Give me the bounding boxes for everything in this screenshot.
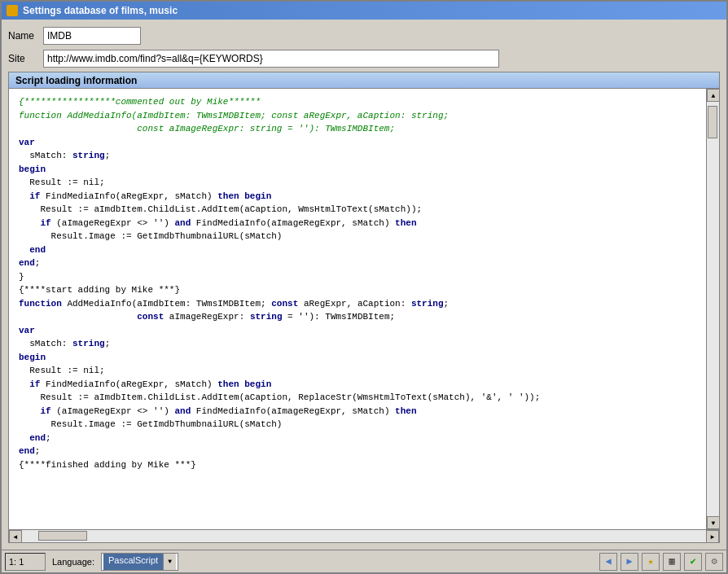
toolbar-btn-3[interactable]: ★ xyxy=(642,553,660,571)
site-label: Site xyxy=(8,53,37,64)
site-input[interactable] xyxy=(43,50,499,68)
toolbar-btn-ok[interactable]: ✔ xyxy=(684,553,702,571)
scroll-thumb-h[interactable] xyxy=(38,531,87,541)
script-section: Script loading information {************… xyxy=(8,72,720,543)
name-label: Name xyxy=(8,30,37,42)
name-row: Name xyxy=(8,26,720,46)
vertical-scrollbar: ▲ ▼ xyxy=(706,89,719,529)
language-value: PascalScript xyxy=(103,554,163,570)
language-label: Language: xyxy=(49,557,98,567)
code-content: {*****************commented out by Mike*… xyxy=(9,89,706,478)
code-scroll-area[interactable]: {*****************commented out by Mike*… xyxy=(9,89,706,529)
language-dropdown-button[interactable]: ▼ xyxy=(163,554,176,570)
site-row: Site xyxy=(8,49,720,68)
content-area: Name Site Script loading information {**… xyxy=(2,20,726,550)
name-input[interactable] xyxy=(43,27,141,45)
status-bar: 1: 1 Language: PascalScript ▼ ◀ ▶ ★ ▦ ✔ … xyxy=(2,550,726,572)
cursor-position: 1: 1 xyxy=(5,553,46,571)
toolbar-btn-4[interactable]: ▦ xyxy=(663,553,681,571)
script-header: Script loading information xyxy=(9,72,719,89)
scroll-thumb-v[interactable] xyxy=(708,106,717,138)
toolbar-btn-settings[interactable]: ⚙ xyxy=(705,553,723,571)
window-icon xyxy=(7,5,18,16)
toolbar-btn-1[interactable]: ◀ xyxy=(599,553,617,571)
scroll-right-button[interactable]: ► xyxy=(706,530,719,543)
main-window: Settings database of films, music Name S… xyxy=(0,0,728,574)
title-bar: Settings database of films, music xyxy=(2,2,726,20)
script-body: {*****************commented out by Mike*… xyxy=(9,89,719,529)
scroll-track-h[interactable] xyxy=(22,530,706,542)
toolbar-btn-2[interactable]: ▶ xyxy=(621,553,638,571)
horizontal-scrollbar: ◄ ► xyxy=(9,529,719,542)
scroll-track-v[interactable] xyxy=(707,102,719,516)
language-dropdown[interactable]: PascalScript ▼ xyxy=(101,553,178,571)
scroll-up-button[interactable]: ▲ xyxy=(707,89,719,102)
scroll-down-button[interactable]: ▼ xyxy=(707,516,719,529)
window-title: Settings database of films, music xyxy=(23,5,721,16)
scroll-left-button[interactable]: ◄ xyxy=(9,530,22,543)
